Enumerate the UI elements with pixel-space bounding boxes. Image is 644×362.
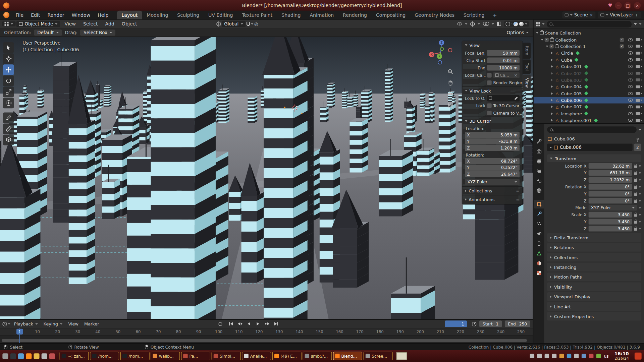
local-camera-checkbox[interactable]	[487, 73, 491, 77]
chevron-down-icon[interactable]	[639, 23, 641, 25]
value-field[interactable]: 1.2032 m	[589, 177, 632, 183]
task-button-pa[interactable]: Pa...	[181, 352, 210, 360]
hide-eye-icon[interactable]	[628, 58, 633, 62]
cursor-location-z-field[interactable]: Z1.203 m	[465, 145, 520, 151]
outliner-row-icosphere-001[interactable]: △Icosphere.001	[534, 117, 644, 123]
keep-above-icon[interactable]: ♥	[608, 3, 612, 8]
outliner-row-cube-001[interactable]: △Cube.001	[534, 63, 644, 70]
clipboard-tray-icon[interactable]	[537, 354, 542, 358]
collapse-icon[interactable]	[540, 39, 545, 41]
task-button-zsh[interactable]: ~: zsh...	[60, 352, 89, 360]
chevron-down-icon[interactable]	[639, 129, 641, 130]
task-button-49-e[interactable]: (49) E...	[272, 352, 302, 360]
value-field[interactable]: 3.450	[589, 226, 632, 231]
firefox-launcher-icon[interactable]	[26, 353, 32, 359]
object-properties-tab[interactable]	[534, 200, 544, 208]
menu-window[interactable]: Window	[68, 11, 94, 19]
current-frame-field[interactable]: 1	[445, 320, 467, 327]
clear-icon[interactable]: ×	[514, 73, 518, 77]
viewport-menu-object[interactable]: Object	[118, 20, 141, 28]
value-field[interactable]: 0°	[589, 191, 632, 196]
cursor-tool-button[interactable]	[3, 53, 14, 64]
xray-toggle-icon[interactable]	[497, 22, 501, 26]
task-button-hom[interactable]: /hom...	[90, 352, 119, 360]
jump-to-next-keyframe-button[interactable]	[263, 320, 271, 327]
mode-dropdown[interactable]: Object Mode	[16, 21, 60, 27]
animate-decorator[interactable]	[639, 221, 641, 223]
tab-layout[interactable]: Layout	[117, 11, 142, 19]
timeline-scrollbar[interactable]	[2, 339, 527, 342]
properties-search-input[interactable]	[547, 126, 637, 133]
outliner-row-scene-collection[interactable]: Scene Collection	[534, 29, 644, 36]
outliner-row-collection-1[interactable]: ✓Collection 1✓	[534, 43, 644, 50]
expand-icon[interactable]	[549, 72, 554, 74]
properties-section-delta-transform[interactable]: Delta Transform	[547, 233, 641, 242]
start-frame-field[interactable]: Start 1	[479, 320, 502, 327]
expand-icon[interactable]	[549, 52, 554, 54]
scene-selector[interactable]: Scene ×	[562, 11, 595, 18]
timeline-menu-playback[interactable]: Playback	[11, 321, 41, 326]
collection-checkbox[interactable]: ✓	[549, 44, 553, 48]
media-pause-tray-icon[interactable]	[545, 354, 549, 358]
disable-render-icon[interactable]	[636, 112, 640, 115]
lock-icon[interactable]	[634, 172, 637, 175]
animate-decorator[interactable]	[639, 228, 641, 230]
chat-tray-icon[interactable]	[567, 354, 571, 358]
animate-decorator[interactable]	[639, 193, 641, 195]
outliner-row-cube-004[interactable]: △Cube.004	[534, 83, 644, 90]
scene-properties-tab[interactable]	[534, 177, 544, 185]
animate-decorator[interactable]	[639, 186, 641, 188]
expand-icon[interactable]	[549, 65, 554, 68]
value-field[interactable]: 3.450	[589, 212, 632, 218]
jump-to-end-button[interactable]	[272, 320, 280, 327]
close-button[interactable]: ×	[634, 2, 641, 9]
hide-eye-icon[interactable]	[628, 119, 633, 122]
disable-render-icon[interactable]	[636, 119, 640, 122]
disable-render-icon[interactable]	[636, 106, 640, 109]
axis-neg-x-ball[interactable]	[448, 48, 452, 52]
tab-scripting[interactable]: Scripting	[459, 11, 489, 19]
exclude-checkbox[interactable]: ✓	[620, 44, 624, 48]
cursor-section-header[interactable]: 3D Cursor	[462, 117, 523, 125]
collection-checkbox[interactable]: ✓	[545, 38, 549, 42]
expand-icon[interactable]	[549, 79, 554, 81]
outliner-row-cube-005[interactable]: △Cube.005	[534, 90, 644, 97]
files-launcher-icon[interactable]	[18, 353, 24, 359]
folder-launcher-icon[interactable]	[34, 353, 39, 359]
hide-eye-icon[interactable]	[628, 78, 633, 82]
view-lock-section-header[interactable]: View Lock	[462, 86, 523, 94]
constraints-properties-tab[interactable]	[534, 239, 544, 248]
tool-properties-tab[interactable]	[534, 137, 544, 146]
render-region-checkbox[interactable]	[487, 80, 491, 84]
expand-icon[interactable]	[549, 112, 554, 115]
particles-properties-tab[interactable]	[534, 220, 544, 228]
animate-decorator[interactable]	[639, 179, 641, 181]
timeline-menu-keying[interactable]: Keying	[41, 321, 65, 326]
collapse-icon[interactable]	[545, 46, 550, 47]
disable-render-icon[interactable]	[636, 58, 640, 61]
value-field[interactable]: -631.18 m	[589, 170, 632, 176]
chevron-down-icon[interactable]	[251, 23, 253, 24]
disable-render-icon[interactable]	[636, 52, 640, 55]
world-properties-tab[interactable]	[534, 186, 544, 195]
proportional-edit-icon[interactable]: ◎	[254, 21, 258, 26]
solid-shading-button[interactable]	[511, 23, 512, 24]
menu-file[interactable]: File	[12, 11, 28, 19]
render-properties-tab[interactable]	[534, 147, 544, 156]
color-picker-tray-icon[interactable]	[559, 354, 564, 358]
disable-render-icon[interactable]	[636, 38, 640, 41]
tab-shading[interactable]: Shading	[277, 11, 305, 19]
filter-icon[interactable]	[634, 23, 637, 25]
add-cube-tool-button[interactable]	[3, 135, 14, 145]
cursor-rotation-x-field[interactable]: X68.724°	[465, 158, 520, 164]
minimize-button[interactable]: −	[615, 2, 622, 9]
editor-launcher-icon[interactable]	[42, 353, 47, 359]
overlays-icon[interactable]	[483, 22, 489, 26]
timeline-tracks[interactable]	[0, 336, 533, 343]
outliner-search-input[interactable]	[547, 21, 632, 27]
snap-magnet-icon[interactable]	[247, 22, 250, 26]
npanel-tab-tool[interactable]: Tool	[523, 59, 531, 74]
cursor-location-x-field[interactable]: X5.053 m	[465, 132, 520, 138]
pan-hand-icon[interactable]	[447, 79, 453, 86]
orientation-setting-dropdown[interactable]: Default	[34, 29, 62, 36]
